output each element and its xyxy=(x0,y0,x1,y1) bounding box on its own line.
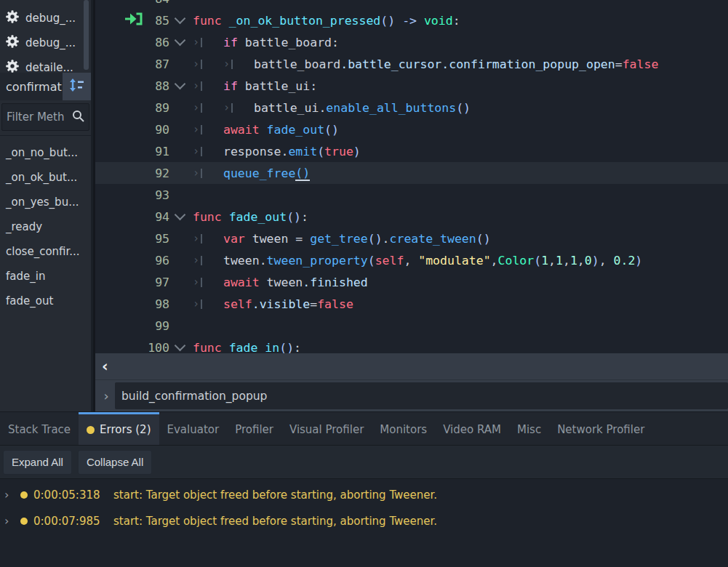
code-line[interactable]: 86›if battle_board: xyxy=(95,31,728,53)
method-list-item[interactable]: fade_in xyxy=(0,264,91,289)
sort-methods-icon xyxy=(69,78,85,95)
code-token: : xyxy=(294,341,301,354)
tab-misc[interactable]: Misc xyxy=(509,412,549,445)
fold-toggle[interactable] xyxy=(169,84,190,88)
code-editor[interactable]: 8485func _on_ok_button_pressed() -> void… xyxy=(95,0,728,353)
filter-methods-placeholder: Filter Meth xyxy=(7,110,64,124)
code-token: .visible xyxy=(252,297,310,311)
code-line[interactable]: 98›self.visible=false xyxy=(95,293,728,315)
script-list-scrollbar[interactable] xyxy=(84,0,89,70)
script-label: detaile... xyxy=(25,61,73,73)
code-line[interactable]: 85func _on_ok_button_pressed() -> void: xyxy=(95,9,728,31)
chevron-right-icon[interactable]: › xyxy=(4,515,16,527)
method-list-item[interactable]: _on_yes_bu... xyxy=(0,190,91,214)
code-line[interactable]: 96›tween.tween_property(self, "modulate"… xyxy=(95,249,728,271)
code-token xyxy=(395,14,402,28)
line-number: 93 xyxy=(145,188,169,202)
script-list-padding xyxy=(0,0,91,6)
script-list-item[interactable]: debug_... xyxy=(0,31,91,55)
code-token: . xyxy=(383,232,390,246)
code-line[interactable]: 87››battle_board.battle_cursor.confirmat… xyxy=(95,53,728,75)
line-number: 99 xyxy=(145,319,169,333)
code-line[interactable]: 90›await fade_out() xyxy=(95,118,728,140)
code-token: 1 xyxy=(570,254,577,268)
fold-toggle[interactable] xyxy=(169,18,190,23)
tab-errors-2[interactable]: Errors (2) xyxy=(79,412,159,445)
code-line[interactable]: 99 xyxy=(95,315,728,337)
error-row[interactable]: ›0:00:07:985start: Target object freed b… xyxy=(0,508,728,534)
code-text: ›if battle_board: xyxy=(190,36,339,49)
line-number: 87 xyxy=(145,57,169,71)
chevron-left-icon[interactable]: ‹ xyxy=(95,359,108,374)
code-token xyxy=(222,210,229,224)
tab-indent-icon: › xyxy=(193,146,223,157)
code-token xyxy=(222,14,229,28)
method-list-item[interactable]: _on_ok_but... xyxy=(0,165,91,190)
debugger-panel: Stack TraceErrors (2)EvaluatorProfilerVi… xyxy=(0,411,728,567)
chevron-down-icon xyxy=(174,13,185,25)
tab-indent-icon: › xyxy=(193,168,223,179)
script-list-item[interactable]: detaile... xyxy=(0,55,91,73)
tab-indent-icon: › xyxy=(193,37,223,48)
tab-stack-trace[interactable]: Stack Trace xyxy=(0,412,79,445)
code-token: .confirmation_popup_open xyxy=(441,57,615,71)
code-token: , xyxy=(491,254,498,268)
fold-toggle[interactable] xyxy=(169,214,190,219)
script-list-item[interactable]: debug_... xyxy=(0,6,91,31)
error-row[interactable]: ›0:00:05:318start: Target object freed b… xyxy=(0,482,728,508)
code-token: ) xyxy=(635,254,642,268)
code-line[interactable]: 93 xyxy=(95,184,728,206)
code-line[interactable]: 84 xyxy=(95,0,728,9)
code-line[interactable]: 92›queue_free() xyxy=(95,162,728,184)
code-text: ››battle_board.battle_cursor.confirmatio… xyxy=(190,57,658,71)
code-token: void xyxy=(424,14,453,28)
frame-nav-row: ‹ xyxy=(95,353,728,380)
line-number: 92 xyxy=(145,166,169,180)
code-token: true xyxy=(324,145,353,158)
breakpoint-gutter[interactable] xyxy=(95,12,145,29)
tab-network-profiler[interactable]: Network Profiler xyxy=(549,412,652,445)
tab-video-ram[interactable]: Video RAM xyxy=(435,412,509,445)
frame-field[interactable]: build_confirmation_popup xyxy=(115,382,728,409)
code-line[interactable]: 88›if battle_ui: xyxy=(95,75,728,97)
tab-evaluator[interactable]: Evaluator xyxy=(159,412,228,445)
chevron-down-icon xyxy=(174,340,185,352)
code-line[interactable]: 100func fade_in(): xyxy=(95,337,728,353)
line-number: 85 xyxy=(145,14,169,28)
code-token: false xyxy=(623,57,659,71)
code-text: ›queue_free() xyxy=(190,166,310,181)
code-text: ›var tween = get_tree().create_tween() xyxy=(190,232,491,246)
code-token: tween xyxy=(260,276,303,289)
method-list-item[interactable]: close_confir... xyxy=(0,239,91,264)
filter-methods-input[interactable]: Filter Meth xyxy=(1,103,89,131)
chevron-right-icon[interactable]: › xyxy=(4,489,16,501)
tab-monitors[interactable]: Monitors xyxy=(372,412,435,445)
code-line[interactable]: 95›var tween = get_tree().create_tween() xyxy=(95,228,728,249)
fold-toggle[interactable] xyxy=(169,345,190,350)
code-line[interactable]: 89››battle_ui.enable_all_buttons() xyxy=(95,97,728,118)
code-token: 1 xyxy=(556,254,563,268)
method-list-item[interactable]: _on_no_but... xyxy=(0,140,91,165)
gear-icon xyxy=(5,59,20,73)
chevron-right-icon[interactable]: › xyxy=(97,390,115,403)
expand-all-button[interactable]: Expand All xyxy=(3,450,72,475)
method-list-item[interactable]: _ready xyxy=(0,214,91,239)
code-token: fade_in xyxy=(229,341,280,354)
code-token: 0 xyxy=(585,254,592,268)
tab-label: Network Profiler xyxy=(557,423,644,436)
code-line[interactable]: 94func fade_out(): xyxy=(95,206,728,228)
sort-methods-button[interactable] xyxy=(63,73,91,100)
code-line[interactable]: 97›await tween.finished xyxy=(95,271,728,293)
tab-profiler[interactable]: Profiler xyxy=(227,412,281,445)
fold-toggle[interactable] xyxy=(169,40,190,44)
code-text: func fade_in(): xyxy=(190,341,301,354)
tab-label: Video RAM xyxy=(443,423,501,436)
code-line[interactable]: 91›response.emit(true) xyxy=(95,140,728,162)
collapse-all-button[interactable]: Collapse All xyxy=(78,450,152,475)
tab-visual-profiler[interactable]: Visual Profiler xyxy=(281,412,372,445)
code-token: () xyxy=(368,232,383,246)
selected-script-name[interactable]: confirmat xyxy=(0,73,63,100)
code-text: ›self.visible=false xyxy=(190,297,353,311)
method-list-item[interactable]: fade_out xyxy=(0,289,91,313)
code-token: Color xyxy=(498,254,535,268)
